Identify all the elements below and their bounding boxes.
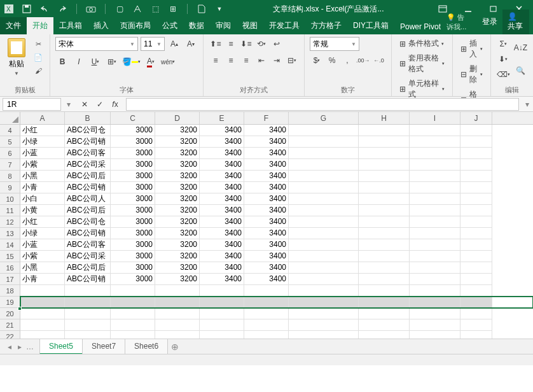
cells-area[interactable]: 小红ABC公司仓3000320034003400小绿ABC公司销30003200… <box>20 125 533 365</box>
table-row[interactable]: 小紫ABC公司采3000320034003400 <box>20 159 533 171</box>
tab-file[interactable]: 文件 <box>0 17 27 34</box>
cell[interactable] <box>111 285 155 297</box>
cell[interactable] <box>410 136 460 148</box>
cell[interactable]: 3400 <box>244 251 289 262</box>
table-row[interactable] <box>20 297 533 308</box>
cell[interactable] <box>359 125 410 136</box>
cell[interactable]: 3200 <box>155 136 200 148</box>
cell[interactable]: ABC公司后 <box>65 262 111 274</box>
tab-formulas[interactable]: 公式 <box>156 17 183 34</box>
row-header-21[interactable]: 21 <box>0 319 20 331</box>
format-painter-button[interactable]: 🖌 <box>32 65 45 76</box>
conditional-format-button[interactable]: ⊞ 条件格式 ▾ <box>397 37 448 50</box>
row-header-6[interactable]: 6 <box>0 148 20 159</box>
sheet-nav-more[interactable]: … <box>25 342 34 351</box>
tab-ffgz[interactable]: 方方格子 <box>305 17 347 34</box>
cell[interactable]: 小蓝 <box>20 148 65 159</box>
cell[interactable] <box>460 193 492 205</box>
cell[interactable]: 3000 <box>111 262 155 274</box>
cell[interactable] <box>289 319 359 331</box>
name-box[interactable]: 1R <box>3 98 61 111</box>
cell[interactable] <box>200 319 244 331</box>
cell[interactable]: 3400 <box>200 274 244 285</box>
cell[interactable] <box>289 274 359 285</box>
cell[interactable]: 3400 <box>244 228 289 239</box>
cell[interactable] <box>65 297 111 308</box>
cell[interactable]: 小蓝 <box>20 239 65 251</box>
cell[interactable] <box>359 251 410 262</box>
align-middle-button[interactable]: ≡ <box>224 37 238 51</box>
column-header-H[interactable]: H <box>359 112 410 124</box>
cell[interactable] <box>410 171 460 182</box>
cell[interactable]: 3000 <box>111 205 155 216</box>
column-header-B[interactable]: B <box>65 112 111 124</box>
cell[interactable]: 小紫 <box>20 251 65 262</box>
cell[interactable] <box>460 319 492 331</box>
row-header-8[interactable]: 8 <box>0 171 20 182</box>
cell[interactable] <box>359 205 410 216</box>
row-header-16[interactable]: 16 <box>0 262 20 274</box>
decrease-font-button[interactable]: A▾ <box>184 37 198 51</box>
cell[interactable]: 3400 <box>200 251 244 262</box>
cell[interactable] <box>289 297 359 308</box>
cell[interactable]: 3000 <box>111 136 155 148</box>
accounting-button[interactable]: $▾ <box>310 53 324 67</box>
cell[interactable] <box>460 125 492 136</box>
qat-icon-2[interactable] <box>131 3 144 15</box>
cell[interactable]: 3200 <box>155 182 200 193</box>
cell[interactable]: 3400 <box>200 262 244 274</box>
tab-layout[interactable]: 页面布局 <box>114 17 156 34</box>
select-all-corner[interactable] <box>0 112 20 124</box>
cell[interactable]: 3400 <box>200 228 244 239</box>
cell[interactable]: 3000 <box>111 228 155 239</box>
camera-icon[interactable] <box>85 3 97 15</box>
cell[interactable]: 3200 <box>155 262 200 274</box>
column-header-I[interactable]: I <box>410 112 460 124</box>
cell[interactable] <box>111 308 155 319</box>
cell[interactable] <box>200 297 244 308</box>
font-color-button[interactable]: A▾ <box>144 55 158 69</box>
table-row[interactable]: 小紫ABC公司采3000320034003400 <box>20 251 533 262</box>
cell[interactable] <box>359 148 410 159</box>
cell[interactable]: 3400 <box>200 216 244 228</box>
cell[interactable]: 3000 <box>111 171 155 182</box>
cell[interactable] <box>155 285 200 297</box>
cell[interactable]: ABC公司仓 <box>65 125 111 136</box>
cell[interactable]: 3200 <box>155 205 200 216</box>
align-center-button[interactable]: ≡ <box>224 53 238 67</box>
cell[interactable] <box>359 171 410 182</box>
cell[interactable]: 3000 <box>111 159 155 171</box>
redo-icon[interactable] <box>56 3 69 15</box>
cell[interactable] <box>460 182 492 193</box>
font-name-combo[interactable]: 宋体▼ <box>55 37 138 51</box>
table-row[interactable]: 小白ABC公司人3000320034003400 <box>20 193 533 205</box>
cell[interactable]: 3400 <box>244 159 289 171</box>
cell[interactable] <box>289 171 359 182</box>
cell[interactable]: ABC公司客 <box>65 148 111 159</box>
table-row[interactable] <box>20 308 533 319</box>
cell[interactable] <box>359 182 410 193</box>
row-header-10[interactable]: 10 <box>0 193 20 205</box>
tab-view[interactable]: 视图 <box>237 17 263 34</box>
table-row[interactable]: 小青ABC公司销3000320034003400 <box>20 182 533 193</box>
tab-toolbox[interactable]: 工具箱 <box>53 17 88 34</box>
cell[interactable]: 3200 <box>155 228 200 239</box>
cell[interactable]: 3000 <box>111 216 155 228</box>
cell[interactable]: 3400 <box>244 182 289 193</box>
cell[interactable] <box>289 193 359 205</box>
cell[interactable]: 3400 <box>244 205 289 216</box>
cell[interactable]: 3400 <box>244 193 289 205</box>
cell[interactable]: 3200 <box>155 125 200 136</box>
cell[interactable]: ABC公司销 <box>65 228 111 239</box>
increase-indent-button[interactable]: ⇥ <box>270 53 284 67</box>
cell[interactable] <box>155 297 200 308</box>
wrap-text-button[interactable]: ↩ <box>270 37 284 51</box>
cell[interactable] <box>200 285 244 297</box>
cell[interactable] <box>289 148 359 159</box>
cell[interactable]: 3200 <box>155 148 200 159</box>
undo-icon[interactable] <box>38 3 51 15</box>
row-header-4[interactable]: 4 <box>0 125 20 136</box>
qat-icon-4[interactable]: ⊞ <box>167 3 179 15</box>
copy-button[interactable]: 📄 <box>32 52 45 63</box>
cell[interactable] <box>289 159 359 171</box>
